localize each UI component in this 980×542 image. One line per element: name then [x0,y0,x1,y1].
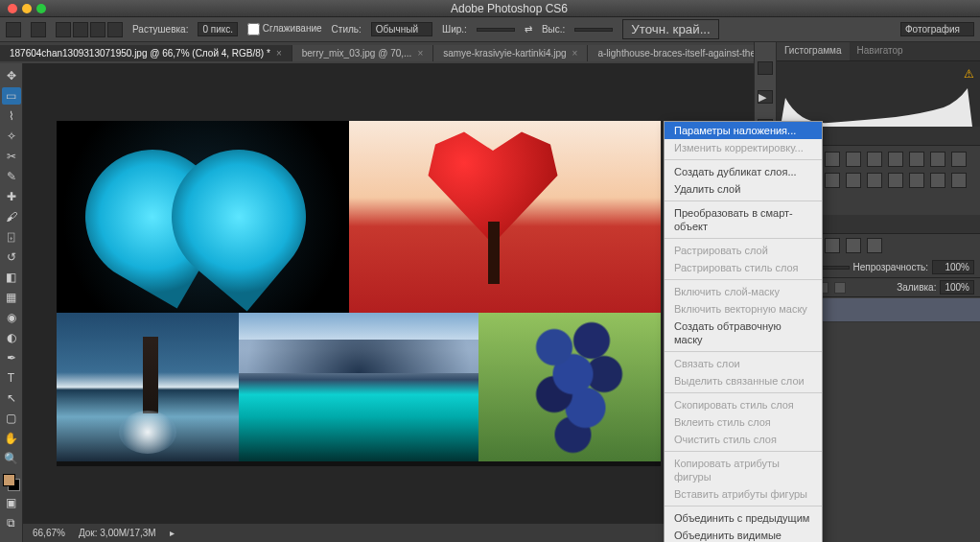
menu-item: Растрировать слой [665,242,822,259]
panel-icon[interactable]: ▶ [758,90,773,104]
adjust-icon[interactable] [867,173,882,188]
adjust-icon[interactable] [867,152,882,167]
style-label: Стиль: [332,24,362,35]
adjust-icon[interactable] [909,152,924,167]
fill-input[interactable]: 100% [940,280,974,295]
menu-item[interactable]: Объединить видимые [665,527,822,542]
menu-item[interactable]: Удалить слой [665,180,822,198]
screenmode-icon[interactable]: ⧉ [2,514,21,531]
filter-icon[interactable] [867,238,882,253]
close-icon[interactable]: × [276,48,282,59]
chevron-right-icon[interactable]: ▸ [170,528,175,538]
filter-icon[interactable] [846,238,861,253]
history-brush-tool[interactable]: ↺ [2,248,21,266]
menu-item: Копировать атрибуты фигуры [665,455,822,485]
zoom-level[interactable]: 66,67% [33,528,65,538]
move-tool[interactable]: ✥ [2,67,21,84]
doc-info[interactable]: Док: 3,00M/17,3M [79,528,156,538]
crop-tool[interactable]: ✂ [2,148,21,165]
adjust-icon[interactable] [951,173,967,188]
adjust-icon[interactable] [909,173,924,188]
selection-add-icon[interactable] [73,22,88,37]
zoom-icon[interactable] [36,4,46,13]
shape-tool[interactable]: ▢ [2,410,21,427]
minimize-icon[interactable] [22,4,32,13]
image-layer [349,121,661,313]
close-icon[interactable] [8,4,17,13]
workspace-select[interactable]: Фотография [900,22,974,36]
adjust-icon[interactable] [825,173,840,188]
width-label: Шир.: [442,24,467,35]
document-area: 66,67% Док: 3,00M/17,3M ▸ [23,63,754,542]
adjust-icon[interactable] [825,152,840,167]
menu-item[interactable]: Объединить с предыдущим [665,509,822,527]
hand-tool[interactable]: ✋ [2,430,21,447]
pen-tool[interactable]: ✒ [2,349,21,366]
tool-preset-icon[interactable] [31,22,46,37]
eraser-tool[interactable]: ◧ [2,269,21,286]
canvas[interactable] [57,121,661,466]
menu-item[interactable]: Преобразовать в смарт-объект [665,204,822,235]
zoom-tool[interactable]: 🔍 [2,450,21,467]
document-tab[interactable]: 187604chan1309313071950.jpg @ 66,7% (Сло… [0,45,292,61]
feather-input[interactable]: 0 пикс. [198,22,238,36]
eyedropper-tool[interactable]: ✎ [2,168,21,185]
type-tool[interactable]: T [2,369,21,387]
adjust-icon[interactable] [951,152,967,167]
opacity-label: Непрозрачность: [852,262,928,272]
menu-item: Связать слои [665,355,822,372]
tab-navigator[interactable]: Навигатор [850,42,911,60]
width-input[interactable] [477,28,515,32]
lasso-tool[interactable]: ⌇ [2,107,21,125]
dodge-tool[interactable]: ◐ [2,329,21,346]
wand-tool[interactable]: ✧ [2,128,21,145]
adjust-icon[interactable] [888,152,903,167]
panel-icon[interactable] [758,61,773,75]
image-layer [57,313,239,461]
stamp-tool[interactable]: ⌺ [2,228,21,246]
close-icon[interactable]: × [572,48,578,59]
tab-histogram[interactable]: Гистограмма [777,42,850,60]
lock-icon[interactable] [834,282,846,294]
adjust-icon[interactable] [888,173,903,188]
close-icon[interactable]: × [417,48,423,59]
swap-icon[interactable]: ⇄ [525,24,532,35]
refine-edge-button[interactable]: Уточн. край... [622,19,718,39]
quickmask-icon[interactable]: ▣ [2,494,21,511]
gradient-tool[interactable]: ▦ [2,289,21,306]
document-tab[interactable]: berry_mix_03.jpg @ 70,...× [292,45,434,61]
ps-logo-icon[interactable] [6,22,21,37]
histogram-panel: ⚠ [777,61,980,127]
titlebar: Adobe Photoshop CS6 [0,0,980,17]
window-controls [8,4,46,13]
menu-item: Скопировать стиль слоя [665,396,822,413]
toolbox: ✥ ▭ ⌇ ✧ ✂ ✎ ✚ 🖌 ⌺ ↺ ◧ ▦ ◉ ◐ ✒ T ↖ ▢ ✋ 🔍 … [0,63,23,542]
filter-icon[interactable] [825,238,840,253]
feather-label: Растушевка: [132,24,188,35]
blur-tool[interactable]: ◉ [2,309,21,326]
menu-item[interactable]: Создать обтравочную маску [665,318,822,348]
path-tool[interactable]: ↖ [2,389,21,407]
antialias-checkbox[interactable]: Сглаживание [247,23,322,35]
menu-item[interactable]: Параметры наложения... [665,122,822,139]
adjust-icon[interactable] [930,152,945,167]
adjust-icon[interactable] [930,173,945,188]
healing-tool[interactable]: ✚ [2,188,21,205]
style-select[interactable]: Обычный [371,22,432,36]
adjust-icon[interactable] [846,173,861,188]
image-layer [57,121,349,313]
options-bar: Растушевка: 0 пикс. Сглаживание Стиль: О… [0,17,980,42]
selection-new-icon[interactable] [56,22,71,37]
menu-item[interactable]: Создать дубликат слоя... [665,163,822,180]
menu-item: Включить векторную маску [665,300,822,318]
menu-item: Изменить корректировку... [665,139,822,156]
brush-tool[interactable]: 🖌 [2,208,21,225]
height-input[interactable] [574,28,613,32]
opacity-input[interactable]: 100% [932,260,974,274]
selection-intersect-icon[interactable] [107,22,123,37]
selection-subtract-icon[interactable] [90,22,105,37]
adjust-icon[interactable] [846,152,861,167]
color-swatches[interactable] [3,474,20,491]
marquee-tool[interactable]: ▭ [2,87,21,105]
document-tab[interactable]: samye-krasivyie-kartinki4.jpg× [433,45,588,61]
